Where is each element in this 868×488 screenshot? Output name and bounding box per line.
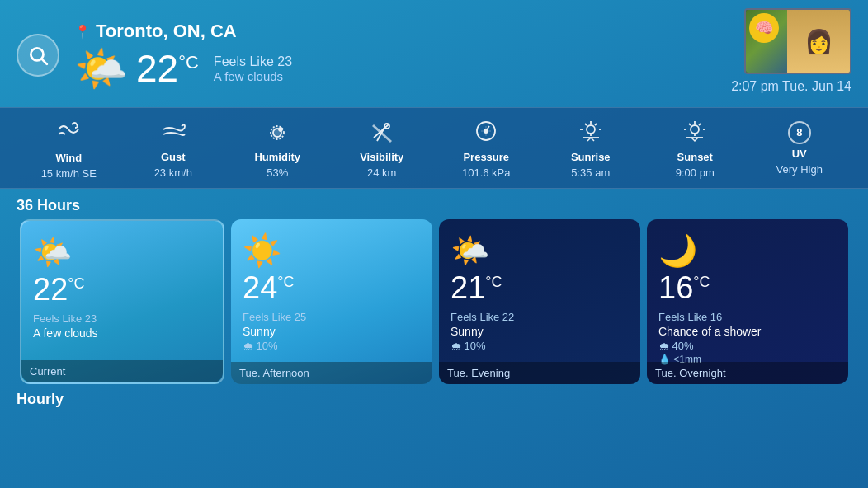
condition: A few clouds xyxy=(214,69,292,83)
location-row: 📍 Toronto, ON, CA xyxy=(74,21,292,42)
forecast-temp-afternoon: 24°C xyxy=(243,270,294,306)
sunset-icon xyxy=(682,118,708,148)
forecast-feels-overnight: Feels Like 16 xyxy=(658,311,837,323)
section-36h-label: 36 Hours xyxy=(0,189,868,219)
stat-uv: 8 UV Very High xyxy=(758,121,841,176)
wind-icon xyxy=(55,116,82,148)
search-button[interactable] xyxy=(17,34,59,77)
gust-label: Gust xyxy=(161,151,186,163)
forecast-label-overnight: Tue. Overnight xyxy=(647,362,848,384)
temperature-block: 22°C xyxy=(136,49,199,87)
wind-label: Wind xyxy=(55,152,82,164)
forecast-row: 🌤️ 22°C Feels Like 23 A few clouds Curre… xyxy=(0,219,868,384)
svg-line-1 xyxy=(42,59,47,64)
stat-visibility: Visibility 24 km xyxy=(341,118,423,179)
uv-value: Very High xyxy=(776,163,823,176)
stat-sunrise: Sunrise 5:35 am xyxy=(550,118,632,179)
forecast-precip-afternoon: 🌧 10% xyxy=(243,340,421,352)
video-logo-icon: 🧠 xyxy=(749,13,779,43)
location-block: 📍 Toronto, ON, CA 🌤️ 22°C Feels Like 23 … xyxy=(74,21,292,90)
humidity-label: Humidity xyxy=(254,151,300,163)
sunset-label: Sunset xyxy=(677,151,713,163)
pressure-label: Pressure xyxy=(463,151,509,163)
forecast-temp-row-afternoon: 24°C xyxy=(243,270,421,306)
feels-desc: Feels Like 23 A few clouds xyxy=(214,54,292,83)
forecast-temp-current: 22°C xyxy=(33,272,84,307)
forecast-feels-evening: Feels Like 22 xyxy=(451,311,629,323)
humidity-value: 53% xyxy=(267,167,288,179)
forecast-label-current: Current xyxy=(21,360,223,382)
location-pin-icon: 📍 xyxy=(74,24,91,40)
forecast-card-current[interactable]: 🌤️ 22°C Feels Like 23 A few clouds Curre… xyxy=(20,219,224,384)
sunset-value: 9:00 pm xyxy=(676,167,715,179)
video-bg: 🧠 👩 xyxy=(746,10,850,73)
humidity-icon xyxy=(264,118,290,148)
forecast-cond-afternoon: Sunny xyxy=(243,325,421,338)
forecast-icon-afternoon: ☀️ xyxy=(243,232,421,269)
forecast-label-afternoon: Tue. Afternoon xyxy=(231,362,432,384)
forecast-icon-evening: 🌤️ xyxy=(451,232,629,269)
svg-point-8 xyxy=(587,125,595,134)
sunrise-value: 5:35 am xyxy=(571,167,610,179)
forecast-temp-row-evening: 21°C xyxy=(451,270,629,306)
forecast-temp-overnight: 16°C xyxy=(658,270,710,306)
svg-point-4 xyxy=(279,128,282,131)
forecast-cond-evening: Sunny xyxy=(451,325,629,338)
weather-main: 🌤️ 22°C Feels Like 23 A few clouds xyxy=(74,47,292,90)
pressure-value: 101.6 kPa xyxy=(462,167,511,179)
sunrise-icon xyxy=(578,118,604,148)
forecast-temp-row-overnight: 16°C xyxy=(658,270,837,306)
search-icon xyxy=(27,45,49,66)
visibility-value: 24 km xyxy=(367,167,396,179)
sunrise-label: Sunrise xyxy=(571,151,611,163)
forecast-card-afternoon[interactable]: ☀️ 24°C Feels Like 25 Sunny 🌧 10% Tue. A… xyxy=(231,219,432,384)
gust-icon xyxy=(160,118,186,148)
video-person: 👩 xyxy=(787,10,850,73)
svg-point-9 xyxy=(691,125,699,134)
datetime: 2:07 pm Tue. Jun 14 xyxy=(731,79,851,94)
current-weather-icon: 🌤️ xyxy=(74,47,128,90)
header-right: 🧠 👩 2:07 pm Tue. Jun 14 xyxy=(731,8,851,94)
forecast-temp-row-current: 22°C xyxy=(33,272,211,307)
feels-like: Feels Like 23 xyxy=(214,54,292,69)
forecast-card-evening[interactable]: 🌤️ 21°C Feels Like 22 Sunny 🌧 10% Tue. E… xyxy=(439,219,640,384)
stat-gust: Gust 23 km/h xyxy=(132,118,215,179)
location-name: Toronto, ON, CA xyxy=(96,21,237,42)
visibility-label: Visibility xyxy=(360,151,403,163)
forecast-cond-overnight: Chance of a shower xyxy=(658,325,837,338)
forecast-precip-overnight: 🌧 40% xyxy=(658,340,837,352)
forecast-temp-evening: 21°C xyxy=(451,270,502,306)
current-temperature: 22°C xyxy=(136,49,199,87)
uv-badge: 8 xyxy=(788,121,811,144)
section-hourly-label: Hourly xyxy=(0,384,868,408)
pressure-icon xyxy=(473,118,499,148)
forecast-card-overnight[interactable]: 🌙 16°C Feels Like 16 Chance of a shower … xyxy=(647,219,848,384)
forecast-precip-evening: 🌧 10% xyxy=(451,340,629,352)
video-thumbnail[interactable]: 🧠 👩 xyxy=(744,8,851,74)
visibility-icon xyxy=(369,118,395,148)
forecast-feels-afternoon: Feels Like 25 xyxy=(243,311,421,323)
forecast-label-evening: Tue. Evening xyxy=(439,362,640,384)
stat-pressure: Pressure 101.6 kPa xyxy=(445,118,527,179)
forecast-icon-overnight: 🌙 xyxy=(658,232,837,269)
forecast-icon-current: 🌤️ xyxy=(33,234,211,270)
header: 📍 Toronto, ON, CA 🌤️ 22°C Feels Like 23 … xyxy=(0,0,868,107)
stat-wind: Wind 15 km/h SE xyxy=(27,116,110,180)
gust-value: 23 km/h xyxy=(154,167,192,179)
stat-sunset: Sunset 9:00 pm xyxy=(653,118,736,179)
wind-value: 15 km/h SE xyxy=(41,167,97,180)
forecast-cond-current: A few clouds xyxy=(33,326,211,340)
forecast-feels-current: Feels Like 23 xyxy=(33,312,211,325)
stat-humidity: Humidity 53% xyxy=(236,118,318,179)
uv-label: UV xyxy=(792,148,807,160)
stats-bar: Wind 15 km/h SE Gust 23 km/h Humidity 53… xyxy=(0,107,868,189)
